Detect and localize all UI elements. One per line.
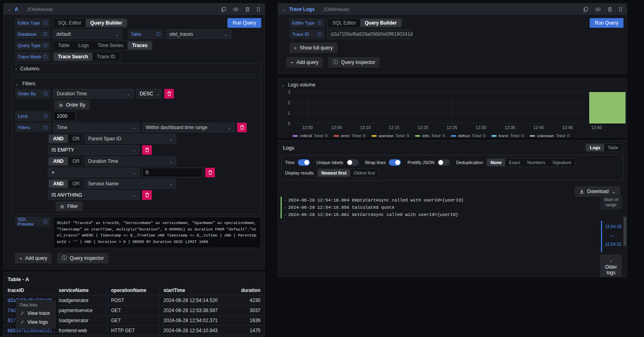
view-logs-link[interactable]: View logs xyxy=(16,318,56,327)
trace-id-input[interactable]: d2a7155ef6a928a05680e5ff6190241d xyxy=(327,29,411,39)
trace-id-option[interactable]: Trace ID xyxy=(93,53,120,61)
query-builder-option[interactable]: Query Builder xyxy=(360,19,401,27)
condition-operator-select[interactable]: >⌄ xyxy=(48,168,140,177)
hide-query-eye-icon[interactable] xyxy=(233,7,239,12)
drag-handle-icon[interactable] xyxy=(619,7,623,12)
add-filter-button[interactable]: ⊕Filter xyxy=(56,201,83,211)
and-option[interactable]: AND xyxy=(49,135,68,143)
log-range-timeline[interactable]: 12:54:18 — 12:54:15 xyxy=(600,221,622,252)
prettify-json-toggle[interactable] xyxy=(438,159,450,166)
trace-search-option[interactable]: Trace Search xyxy=(54,53,93,61)
limit-input[interactable]: 1000 xyxy=(53,111,76,121)
condition-operator-select[interactable]: IS ANYTHING⌄ xyxy=(48,190,140,200)
info-logs-bar[interactable] xyxy=(589,92,625,123)
collapse-chevron-icon[interactable]: ⌄ xyxy=(8,7,11,12)
legend-item-info[interactable]: infoTotal: 3 xyxy=(415,134,445,138)
legend-item-debug[interactable]: debugTotal: 0 xyxy=(451,134,485,138)
show-full-query-button[interactable]: +Show full query xyxy=(289,43,337,53)
time-toggle[interactable] xyxy=(298,159,310,166)
dedup-none-option[interactable]: None xyxy=(487,159,506,166)
run-query-button[interactable]: Run Query xyxy=(590,18,623,28)
query-ref-title[interactable]: A xyxy=(14,6,18,12)
dedup-exact-option[interactable]: Exact xyxy=(505,159,524,166)
remove-condition-button[interactable] xyxy=(142,190,152,200)
query-inspector-button[interactable]: ⓘQuery inspector xyxy=(57,253,108,263)
remove-condition-button[interactable] xyxy=(205,168,215,177)
collapse-chevron-icon[interactable]: ⌄ xyxy=(282,7,285,12)
remove-condition-button[interactable] xyxy=(142,145,152,155)
duplicate-query-icon[interactable] xyxy=(583,7,588,12)
info-icon[interactable]: ⓘ xyxy=(43,31,47,37)
sql-editor-option[interactable]: SQL Editor xyxy=(328,19,360,27)
or-option[interactable]: OR xyxy=(68,180,84,188)
unique-labels-toggle[interactable] xyxy=(347,159,359,166)
info-icon[interactable]: ⓘ xyxy=(318,20,322,26)
query-type-table[interactable]: Table xyxy=(54,41,74,49)
info-icon[interactable]: ⓘ xyxy=(318,31,322,37)
table-select[interactable]: otel_traces⌄ xyxy=(166,29,231,39)
delete-query-icon[interactable] xyxy=(245,7,250,12)
condition-operator-select[interactable]: IS EMPTY⌄ xyxy=(48,145,140,155)
col-header-starttime[interactable]: startTime xyxy=(159,286,230,295)
query-type-traces[interactable]: Traces xyxy=(128,41,152,49)
add-query-button[interactable]: +Add query xyxy=(15,253,52,263)
delete-query-icon[interactable] xyxy=(607,7,612,12)
run-query-button[interactable]: Run Query xyxy=(227,18,261,28)
col-header-servicename[interactable]: serviceName xyxy=(55,286,107,295)
info-icon[interactable]: ⓘ xyxy=(43,91,48,97)
legend-item-trace[interactable]: traceTotal: 0 xyxy=(491,134,524,138)
condition-value-input[interactable]: 0 xyxy=(142,168,203,177)
filter-value-select[interactable]: Within dashboard time range⌄ xyxy=(142,123,235,132)
col-header-operationname[interactable]: operationName xyxy=(107,286,159,295)
log-line[interactable]: ›2024-06-28 12:54:16.956 Calculated quot… xyxy=(281,204,582,211)
legend-item-unknown[interactable]: unknownTotal: 0 xyxy=(530,134,570,138)
condition-field-select[interactable]: Duration Time⌄ xyxy=(85,156,176,166)
view-trace-link[interactable]: View trace xyxy=(16,309,56,318)
wrap-lines-toggle[interactable] xyxy=(389,159,401,166)
log-line[interactable]: ›2024-06-28 12:54:15.081 GetCartAsync ca… xyxy=(281,211,582,218)
info-icon[interactable]: ⓘ xyxy=(43,43,47,49)
view-logs-option[interactable]: Logs xyxy=(586,144,604,151)
older-logs-button[interactable]: ⌄Older logs xyxy=(600,255,622,277)
info-icon[interactable]: ⓘ xyxy=(43,20,47,26)
duplicate-query-icon[interactable] xyxy=(221,7,226,12)
view-table-option[interactable]: Table xyxy=(604,144,622,151)
info-icon[interactable]: ⓘ xyxy=(43,113,48,119)
remove-order-by-button[interactable] xyxy=(164,89,174,99)
info-icon[interactable]: ⓘ xyxy=(43,54,47,60)
add-query-button[interactable]: +Add query xyxy=(286,57,323,68)
legend-item-error[interactable]: errorTotal: 0 xyxy=(334,134,365,138)
database-select[interactable]: default⌄ xyxy=(53,29,122,39)
condition-field-select[interactable]: Parent Span ID⌄ xyxy=(85,134,176,144)
query-builder-option[interactable]: Query Builder xyxy=(86,19,126,27)
legend-item-warning[interactable]: warningTotal: 0 xyxy=(372,134,409,138)
query-type-timeseries[interactable]: Time Series xyxy=(93,41,128,49)
sql-editor-option[interactable]: SQL Editor xyxy=(54,19,86,27)
dedup-numbers-option[interactable]: Numbers xyxy=(524,159,549,166)
logs-volume-header[interactable]: ⌄ Logs volume xyxy=(281,82,623,88)
and-option[interactable]: AND xyxy=(49,180,68,188)
add-order-by-button[interactable]: ⊕Order By xyxy=(54,100,90,110)
query-ref-title[interactable]: Trace Logs xyxy=(289,6,314,12)
legend-item-critical[interactable]: criticalTotal: 0 xyxy=(293,134,328,138)
scrollbar-thumb[interactable] xyxy=(623,217,626,246)
info-icon[interactable]: ⓘ xyxy=(156,31,161,37)
query-type-logs[interactable]: Logs xyxy=(74,41,93,49)
order-by-field-select[interactable]: Duration Time⌄ xyxy=(53,89,134,99)
remove-filter-button[interactable] xyxy=(237,123,247,132)
log-line[interactable]: ›2024-06-28 12:54:18.004 EmptyCartAsync … xyxy=(281,197,582,204)
columns-section[interactable]: ›Columns xyxy=(12,63,261,74)
col-header-duration[interactable]: duration xyxy=(230,286,264,295)
logs-volume-chart[interactable]: 3 2 1 0 xyxy=(293,92,620,123)
and-option[interactable]: AND xyxy=(49,157,68,165)
dedup-signature-option[interactable]: Signature xyxy=(549,159,575,166)
condition-field-select[interactable]: Service Name⌄ xyxy=(85,179,176,189)
info-icon[interactable]: ⓘ xyxy=(43,125,48,131)
filters-section-header[interactable]: ⌄Filters xyxy=(15,80,258,87)
oldest-first-option[interactable]: Oldest first xyxy=(350,169,379,177)
filter-field-select[interactable]: Time⌄ xyxy=(53,123,140,132)
or-option[interactable]: OR xyxy=(68,157,84,165)
drag-handle-icon[interactable] xyxy=(256,7,260,12)
newest-first-option[interactable]: Newest first xyxy=(318,169,350,177)
scrollbar[interactable] xyxy=(623,217,626,275)
